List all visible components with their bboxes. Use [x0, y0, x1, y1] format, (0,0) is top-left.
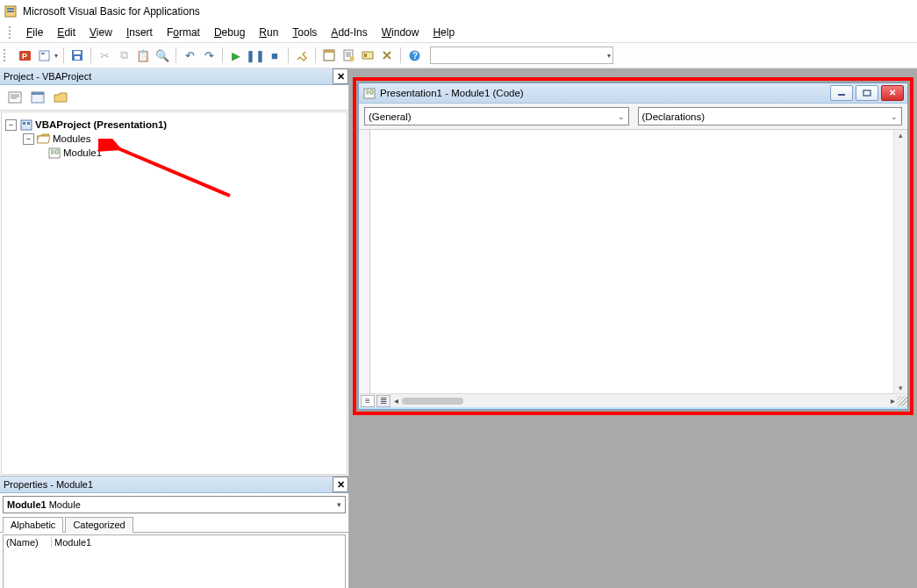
procedure-view-button[interactable]: ≡: [361, 395, 375, 407]
menu-file[interactable]: File: [19, 25, 50, 40]
maximize-button[interactable]: [856, 85, 878, 101]
svg-rect-22: [23, 122, 25, 125]
menu-run[interactable]: Run: [252, 25, 285, 40]
tree-module-row[interactable]: Module1: [5, 146, 343, 160]
object-dropdown[interactable]: (General) ⌄: [364, 107, 629, 125]
tab-categorized[interactable]: Categorized: [65, 517, 133, 533]
vertical-scrollbar[interactable]: ▴ ▾: [893, 130, 907, 393]
properties-panel-header: Properties - Module1 ✕: [0, 477, 348, 493]
menu-edit[interactable]: Edit: [50, 25, 82, 40]
properties-icon[interactable]: [340, 47, 357, 64]
scroll-down-icon[interactable]: ▾: [899, 384, 903, 392]
tab-alphabetic[interactable]: Alphabetic: [3, 517, 63, 533]
chevron-down-icon: ▾: [337, 500, 341, 509]
svg-rect-28: [863, 90, 870, 96]
break-icon[interactable]: ❚❚: [247, 47, 264, 64]
redo-icon[interactable]: ↷: [200, 47, 218, 64]
project-panel-header: Project - VBAProject ✕: [0, 68, 348, 85]
property-row[interactable]: (Name) Module1: [4, 535, 345, 549]
folder-open-icon: [37, 133, 50, 145]
mdi-area: Presentation1 - Module1 (Code) ✕: [349, 68, 917, 588]
svg-rect-21: [21, 120, 32, 130]
paste-icon[interactable]: 📋: [134, 47, 152, 64]
scroll-right-icon[interactable]: ▸: [891, 396, 895, 405]
menu-view[interactable]: View: [82, 25, 119, 40]
project-icon: [19, 118, 32, 131]
toggle-folders-icon[interactable]: [51, 89, 70, 106]
module-icon: [47, 147, 61, 159]
chevron-down-icon: ▾: [607, 52, 611, 60]
window-controls: ✕: [830, 85, 904, 101]
menu-bar: File Edit View Insert Format Debug Run T…: [0, 23, 917, 42]
annotation-highlight: Presentation1 - Module1 (Code) ✕: [353, 77, 913, 415]
hscroll-thumb[interactable]: [402, 398, 463, 405]
code-dropdowns: (General) ⌄ (Declarations) ⌄: [359, 104, 907, 130]
properties-grid[interactable]: (Name) Module1: [3, 534, 346, 588]
insert-icon[interactable]: [35, 47, 53, 64]
svg-text:P: P: [22, 52, 27, 61]
menu-addins[interactable]: Add-Ins: [324, 25, 374, 40]
svg-rect-14: [362, 52, 373, 59]
toolbar-position-box[interactable]: ▾: [430, 47, 613, 64]
run-icon[interactable]: ▶: [227, 47, 245, 64]
project-panel-title: Project - VBAProject: [4, 71, 91, 82]
tree-root-row[interactable]: − VBAProject (Presentation1): [5, 118, 343, 132]
scroll-up-icon[interactable]: ▴: [899, 131, 903, 140]
module-icon: [362, 87, 376, 100]
menu-format[interactable]: Format: [160, 25, 207, 40]
properties-object-combo[interactable]: Module1 Module ▾: [3, 496, 346, 513]
reset-icon[interactable]: ■: [266, 47, 283, 64]
view-object-icon[interactable]: [28, 89, 47, 106]
properties-panel-title: Properties - Module1: [4, 479, 93, 490]
full-module-view-button[interactable]: ≣: [376, 395, 390, 407]
powerpoint-icon[interactable]: P: [16, 47, 33, 64]
close-button[interactable]: ✕: [881, 85, 904, 101]
minimize-button[interactable]: [830, 85, 853, 101]
resize-grip[interactable]: [897, 396, 907, 406]
code-window-titlebar[interactable]: Presentation1 - Module1 (Code) ✕: [359, 83, 907, 104]
code-window-footer: ≡ ≣ ◂ ▸: [359, 393, 907, 407]
property-value[interactable]: Module1: [52, 537, 345, 548]
menu-help[interactable]: Help: [426, 25, 462, 40]
properties-panel-close-button[interactable]: ✕: [333, 477, 348, 492]
toolbox-icon[interactable]: [378, 47, 396, 64]
tree-root-label: VBAProject (Presentation1): [35, 118, 167, 132]
project-tree[interactable]: − VBAProject (Presentation1) − Modules M…: [1, 111, 347, 475]
svg-rect-23: [27, 122, 30, 125]
menu-insert[interactable]: Insert: [119, 25, 160, 40]
menu-debug[interactable]: Debug: [207, 25, 252, 40]
undo-icon[interactable]: ↶: [181, 47, 198, 64]
svg-rect-27: [838, 94, 845, 96]
menu-window[interactable]: Window: [375, 25, 426, 40]
save-icon[interactable]: [68, 47, 86, 64]
tree-folder-row[interactable]: − Modules: [5, 132, 343, 146]
object-dropdown-value: (General): [369, 111, 412, 122]
scroll-left-icon[interactable]: ◂: [394, 396, 398, 405]
svg-rect-20: [32, 92, 44, 95]
procedure-dropdown[interactable]: (Declarations) ⌄: [638, 107, 903, 125]
tree-toggle-icon[interactable]: −: [23, 133, 34, 145]
code-window-title: Presentation1 - Module1 (Code): [380, 88, 524, 98]
properties-tabs: Alphabetic Categorized: [0, 516, 348, 533]
app-title: Microsoft Visual Basic for Applications: [23, 5, 200, 18]
cut-icon[interactable]: ✂: [96, 47, 113, 64]
find-icon[interactable]: 🔍: [154, 47, 171, 64]
project-panel-close-button[interactable]: ✕: [333, 68, 348, 84]
procedure-dropdown-value: (Declarations): [642, 111, 706, 122]
design-mode-icon[interactable]: [293, 47, 311, 64]
code-window: Presentation1 - Module1 (Code) ✕: [358, 82, 908, 410]
menu-tools[interactable]: Tools: [285, 25, 324, 40]
object-browser-icon[interactable]: [359, 47, 376, 64]
svg-rect-18: [9, 92, 21, 103]
code-editor[interactable]: [370, 130, 893, 393]
copy-icon[interactable]: ⧉: [115, 47, 133, 64]
tree-toggle-icon[interactable]: −: [5, 119, 17, 131]
svg-rect-8: [74, 51, 81, 54]
insert-dropdown-icon[interactable]: ▾: [53, 47, 59, 64]
app-icon: [4, 4, 18, 18]
project-explorer-icon[interactable]: [320, 47, 338, 64]
code-margin: [359, 130, 370, 393]
view-code-icon[interactable]: [5, 89, 25, 106]
properties-panel: Properties - Module1 ✕ Module1 Module ▾ …: [0, 476, 348, 588]
help-icon[interactable]: ?: [405, 47, 423, 64]
